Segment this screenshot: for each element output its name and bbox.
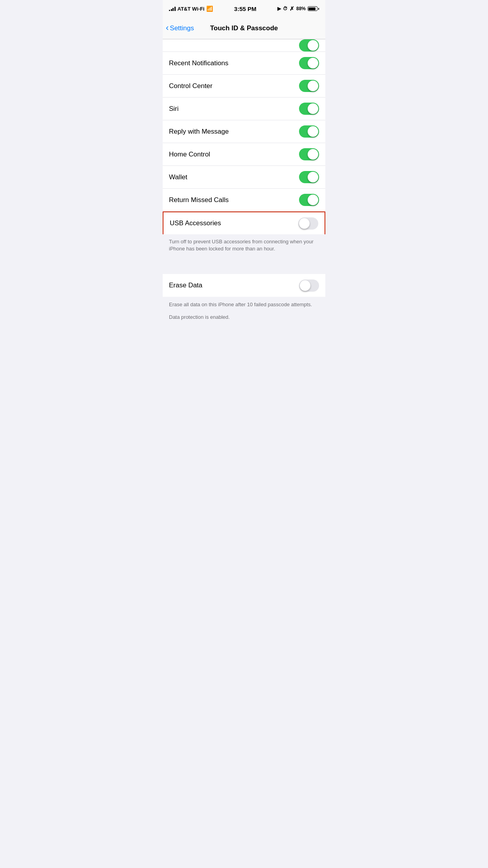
reply-with-message-toggle[interactable] [299, 125, 319, 138]
battery-icon [308, 6, 319, 11]
control-center-row: Control Center [163, 75, 325, 97]
home-control-row: Home Control [163, 143, 325, 166]
partial-toggle[interactable] [299, 39, 319, 51]
erase-description-1: Erase all data on this iPhone after 10 f… [169, 301, 319, 309]
status-left: AT&T Wi-Fi 📶 [169, 6, 213, 12]
partial-row [163, 39, 325, 52]
recent-notifications-toggle[interactable] [299, 57, 319, 69]
signal-icon [169, 6, 176, 11]
usb-description: Turn off to prevent USB accessories from… [163, 234, 325, 260]
carrier-label: AT&T Wi-Fi [178, 6, 205, 12]
nav-bar: ‹ Settings Touch ID & Passcode [163, 17, 325, 39]
alarm-icon: ⏱ [283, 6, 288, 11]
siri-label: Siri [169, 105, 179, 113]
back-button[interactable]: ‹ Settings [166, 24, 194, 32]
usb-accessories-row: USB Accessories [163, 211, 325, 234]
siri-row: Siri [163, 97, 325, 120]
erase-data-label: Erase Data [169, 281, 202, 289]
bluetooth-icon: ✗ [290, 6, 294, 12]
usb-accessories-label: USB Accessories [170, 219, 221, 227]
location-icon: ▶ [277, 6, 281, 11]
back-label: Settings [170, 24, 194, 32]
siri-toggle[interactable] [299, 103, 319, 115]
reply-with-message-label: Reply with Message [169, 128, 229, 136]
status-time: 3:55 PM [234, 6, 257, 12]
wallet-label: Wallet [169, 173, 187, 181]
erase-description-2: Data protection is enabled. [169, 313, 319, 321]
chevron-left-icon: ‹ [166, 24, 169, 32]
battery-percent: 88% [296, 6, 306, 11]
control-center-label: Control Center [169, 82, 213, 90]
status-right: ▶ ⏱ ✗ 88% [277, 6, 319, 12]
status-bar: AT&T Wi-Fi 📶 3:55 PM ▶ ⏱ ✗ 88% [163, 0, 325, 17]
wallet-row: Wallet [163, 166, 325, 189]
recent-notifications-row: Recent Notifications [163, 52, 325, 75]
return-missed-calls-toggle[interactable] [299, 194, 319, 206]
reply-with-message-row: Reply with Message [163, 120, 325, 143]
home-control-toggle[interactable] [299, 148, 319, 160]
content: Recent Notifications Control Center Siri… [163, 39, 325, 327]
usb-accessories-toggle[interactable] [298, 217, 318, 230]
top-group: Recent Notifications Control Center Siri… [163, 39, 325, 234]
group-separator-1 [163, 260, 325, 274]
erase-data-toggle[interactable] [299, 280, 319, 292]
return-missed-calls-label: Return Missed Calls [169, 196, 229, 204]
wallet-toggle[interactable] [299, 171, 319, 183]
erase-data-group: Erase Data [163, 274, 325, 297]
page-title: Touch ID & Passcode [210, 24, 278, 32]
recent-notifications-label: Recent Notifications [169, 59, 228, 67]
erase-data-row: Erase Data [163, 274, 325, 297]
control-center-toggle[interactable] [299, 80, 319, 92]
return-missed-calls-row: Return Missed Calls [163, 189, 325, 211]
home-control-label: Home Control [169, 151, 210, 158]
erase-description: Erase all data on this iPhone after 10 f… [163, 297, 325, 327]
wifi-icon: 📶 [206, 6, 213, 12]
